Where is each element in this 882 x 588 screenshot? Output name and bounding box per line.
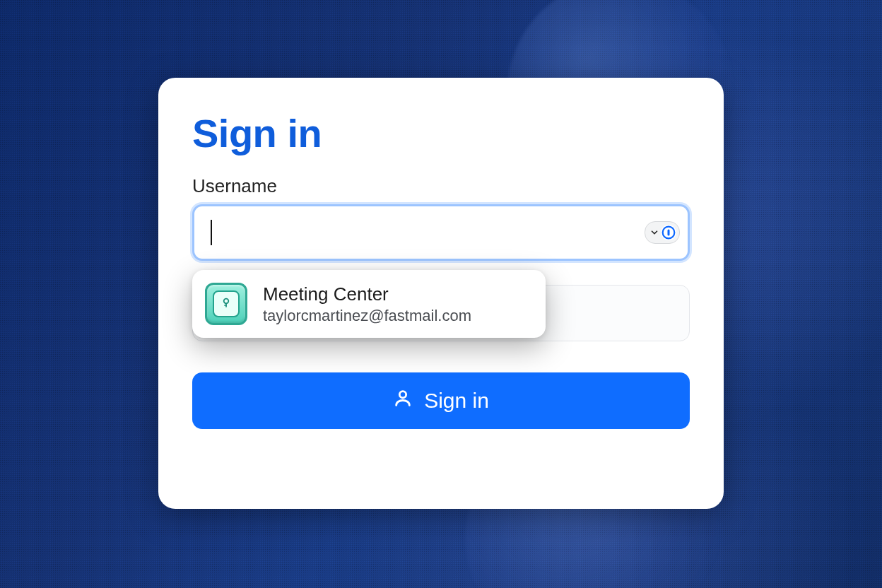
text-caret xyxy=(211,220,212,245)
chevron-down-icon xyxy=(649,228,659,237)
svg-point-3 xyxy=(224,299,229,304)
username-input-wrapper xyxy=(192,204,690,261)
suggestion-title: Meeting Center xyxy=(263,283,471,306)
lock-icon xyxy=(220,296,232,312)
page-title: Sign in xyxy=(192,112,690,155)
suggestion-app-icon xyxy=(205,283,247,325)
signin-button-label: Sign in xyxy=(424,389,489,413)
svg-point-2 xyxy=(399,392,406,398)
suggestion-subtitle: taylorcmartinez@fastmail.com xyxy=(263,306,471,326)
signin-button[interactable]: Sign in xyxy=(192,372,690,429)
svg-rect-1 xyxy=(668,229,670,235)
username-field-block: Username xyxy=(192,175,690,261)
username-input[interactable] xyxy=(192,204,690,261)
autofill-suggestion-popover[interactable]: Meeting Center taylorcmartinez@fastmail.… xyxy=(192,270,546,338)
user-icon xyxy=(393,388,413,413)
suggestion-text: Meeting Center taylorcmartinez@fastmail.… xyxy=(263,283,471,325)
password-manager-inline-control[interactable] xyxy=(645,221,680,244)
onepassword-icon xyxy=(661,225,676,240)
username-label: Username xyxy=(192,175,690,197)
